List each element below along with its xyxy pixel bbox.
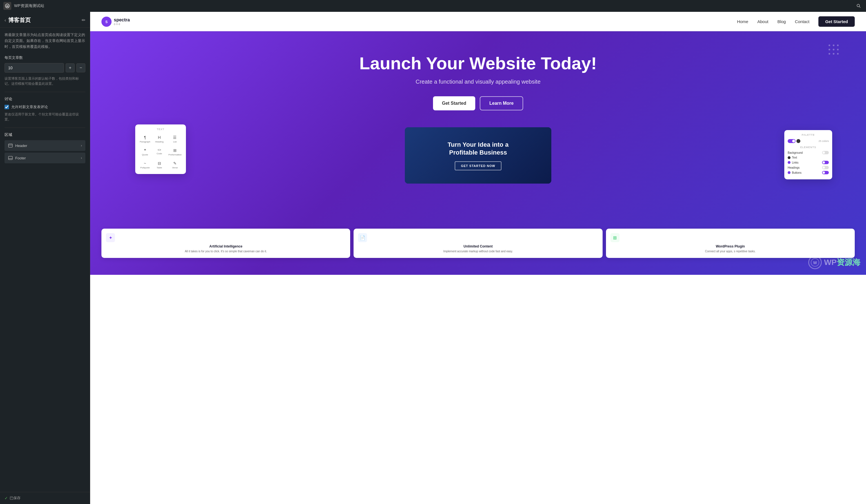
website-nav: S spectra one Home About Blog Contact Ge… [90, 12, 866, 31]
posts-per-page-row: + − [4, 63, 85, 72]
links-dot [788, 161, 790, 164]
text-icon-code: <>Code [153, 146, 165, 158]
decrement-button[interactable]: − [76, 63, 85, 72]
sidebar-item-header[interactable]: Header › [4, 140, 85, 151]
svg-point-14 [833, 49, 834, 51]
demo-area: TEXT ¶Paragraph HHeading ☰List ❝Quote <>… [101, 127, 855, 223]
nav-contact[interactable]: Contact [795, 19, 809, 24]
nav-about[interactable]: About [757, 19, 768, 24]
text-block-icons: ¶Paragraph HHeading ☰List ❝Quote <>Code … [138, 133, 182, 171]
svg-point-16 [829, 53, 830, 55]
text-icon-heading: HHeading [153, 133, 165, 145]
sidebar-item-footer[interactable]: Footer › [4, 153, 85, 163]
logo-text: spectra one [114, 18, 130, 26]
wp-icon[interactable]: W [3, 2, 11, 10]
element-links-name: Links [792, 161, 798, 164]
increment-button[interactable]: + [66, 63, 75, 72]
svg-text:S: S [106, 20, 108, 24]
save-status: 已保存 [10, 495, 21, 501]
plugin-title: WordPress Plugin [610, 244, 850, 248]
website-logo: S spectra one [101, 16, 130, 27]
features-row: ✦ Artificial Intelligence All it takes i… [101, 228, 855, 258]
hero-title: Launch Your Website Today! [101, 54, 855, 73]
preview-frame: S spectra one Home About Blog Contact Ge… [90, 12, 866, 504]
footer-arrow-icon: › [81, 156, 82, 160]
svg-rect-6 [9, 156, 12, 160]
discussion-title: 讨论 [4, 97, 85, 102]
header-label: Header [15, 144, 27, 148]
hero-learn-more-button[interactable]: Learn More [480, 96, 523, 110]
text-icon-list: ☰List [167, 133, 182, 145]
links-toggle[interactable] [822, 161, 829, 164]
content-desc: Implement accurate markup without code f… [358, 249, 598, 254]
footer-item-left: Footer [8, 155, 26, 160]
posts-per-page-input[interactable] [4, 63, 64, 72]
element-background: Background [788, 151, 829, 154]
elements-label: ELEMENTS [788, 146, 829, 149]
footer-label: Footer [15, 156, 26, 160]
areas-title: 区域 [4, 132, 85, 137]
text-icon-preformatted: ⊞Preformatted [167, 146, 182, 158]
nav-blog[interactable]: Blog [777, 19, 786, 24]
allow-comments-checkbox[interactable] [4, 105, 9, 109]
sidebar-header: ‹ 博客首页 ✏ [0, 12, 90, 27]
demo-card-title: Turn Your Idea into aProfitable Business [448, 141, 509, 157]
text-dot [788, 156, 790, 159]
buttons-dot [788, 171, 790, 174]
element-headings: Headings [788, 166, 829, 169]
website-nav-links: Home About Blog Contact Get Started [737, 16, 855, 27]
svg-point-10 [829, 44, 830, 46]
nav-cta-button[interactable]: Get Started [818, 16, 855, 27]
header-arrow-icon: › [81, 144, 82, 147]
edit-icon[interactable]: ✏ [82, 18, 85, 23]
text-icon-verse: ✎Verse [167, 159, 182, 171]
palette-toggle-row: 25 colors [788, 139, 829, 143]
watermark-wp-icon: W [808, 256, 822, 269]
element-text: Text [788, 156, 829, 159]
svg-text:W: W [813, 260, 817, 265]
demo-card-cta-button[interactable]: GET STARTED NOW [455, 161, 501, 170]
posts-hint: 设置博客页面上显示的默认帖子数，包括类别和标记。这些模板可能会覆盖此设置。 [4, 76, 85, 86]
background-toggle[interactable] [822, 151, 829, 154]
element-text-name: Text [792, 156, 797, 159]
search-icon[interactable] [855, 2, 863, 10]
nav-home[interactable]: Home [737, 19, 748, 24]
allow-comments-row: 允许对新文章发表评论 [4, 104, 85, 110]
toggle-on-indicator [788, 139, 796, 143]
footer-icon [8, 155, 13, 160]
buttons-toggle[interactable] [822, 171, 829, 174]
svg-point-18 [837, 53, 839, 55]
back-button[interactable]: ‹ [4, 18, 6, 23]
hero-section: Launch Your Website Today! Create a func… [90, 31, 866, 275]
svg-line-3 [859, 7, 861, 8]
comments-hint: 更改仅适用于新文章。个别文章可能会覆盖这些设置。 [4, 112, 85, 122]
element-buttons-name: Buttons [792, 171, 801, 174]
hero-buttons: Get Started Learn More [101, 96, 855, 110]
svg-point-15 [837, 49, 839, 51]
headings-toggle[interactable] [822, 166, 829, 169]
posts-per-page-label: 每页文章数 [4, 55, 85, 60]
ai-title: Artificial Intelligence [106, 244, 346, 248]
hero-get-started-button[interactable]: Get Started [433, 96, 475, 110]
content-title: Unlimited Content [358, 244, 598, 248]
toggle-dot [797, 139, 800, 143]
sidebar-footer: ✓ 已保存 [0, 492, 90, 504]
ai-icon: ✦ [106, 233, 115, 242]
svg-text:W: W [6, 5, 9, 8]
feature-card-content: 📄 Unlimited Content Implement accurate m… [354, 228, 602, 258]
text-element-left: Text [788, 156, 797, 159]
palette-toggle[interactable] [788, 139, 800, 143]
element-buttons: Buttons [788, 171, 829, 174]
header-item-left: Header [8, 143, 27, 148]
header-icon [8, 143, 13, 148]
sidebar-content: 将最新文章显示为站点首页或在阅读设置下定义的自定义页面。如果存在，当文章在网站首… [0, 27, 90, 492]
plugin-desc: Connect all your apps, s repetitive task… [610, 249, 850, 254]
save-checkmark: ✓ [4, 496, 8, 500]
colors-count: 25 colors [818, 139, 829, 143]
svg-point-12 [837, 44, 839, 46]
preview-area: S spectra one Home About Blog Contact Ge… [90, 12, 866, 504]
allow-comments-label: 允许对新文章发表评论 [11, 104, 48, 110]
text-icon-paragraph: ¶Paragraph [138, 133, 151, 145]
palette-card: PALETTE 25 colors ELEMENTS Background [784, 130, 832, 179]
content-icon: 📄 [358, 233, 367, 242]
